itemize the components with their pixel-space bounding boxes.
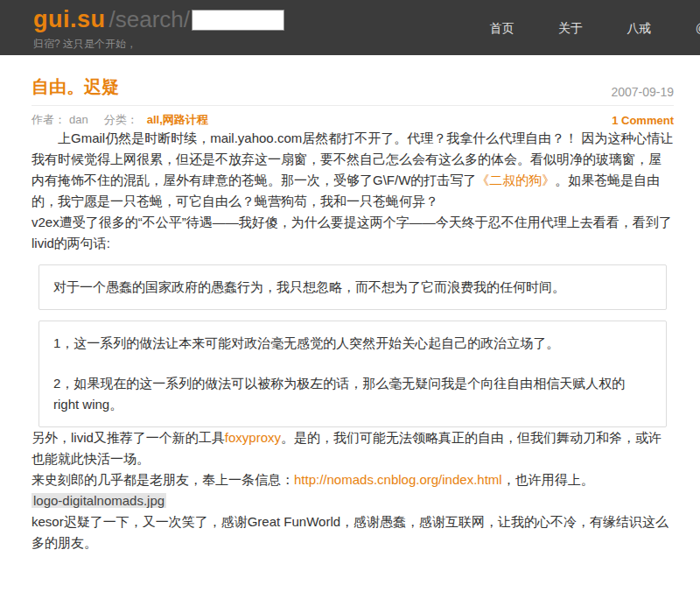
paragraph-3-text-a: 另外，livid又推荐了一个新的工具 bbox=[32, 430, 225, 445]
site-header: gui.su /search/ 归宿? 这只是个开始， 首页 关于 八戒 @ bbox=[0, 0, 700, 55]
category-label: 分类： bbox=[104, 113, 138, 126]
paragraph-4: 来史刻郎的几乎都是老朋友，奉上一条信息：http://nomads.cnblog… bbox=[32, 469, 674, 490]
nav-item-partial[interactable]: @ bbox=[696, 21, 700, 35]
nomads-url-link[interactable]: http://nomads.cnblog.org/index.html bbox=[294, 472, 502, 487]
ershu-dog-link[interactable]: 《二叔的狗》 bbox=[476, 173, 555, 187]
broken-image-alt-line: logo-digitalnomads.jpg bbox=[32, 490, 674, 511]
nav-item-about[interactable]: 关于 bbox=[558, 21, 583, 35]
post-body: 上Gmail仍然是时断时续，mail.yahoo.com居然都打不开了。代理？我… bbox=[32, 128, 674, 553]
paragraph-4-text-b: ，也许用得上。 bbox=[502, 472, 594, 487]
search-path-label: /search/ bbox=[109, 6, 191, 33]
post-meta-left: 作者：dan分类：all,网路计程 bbox=[32, 112, 208, 128]
nav-item-bajie[interactable]: 八戒 bbox=[626, 21, 651, 35]
site-tagline: 归宿? 这只是个开始， bbox=[33, 37, 700, 52]
blockquote-2: 1，这一系列的做法让本来可能对政治毫无感觉的人突然开始关心起自己的政治立场了。 … bbox=[38, 321, 667, 427]
foxyproxy-link[interactable]: foxyproxy bbox=[225, 430, 281, 445]
post-meta-row: 作者：dan分类：all,网路计程 1 Comment bbox=[32, 112, 674, 128]
blockquote-1: 对于一个愚蠢的国家政府的愚蠢行为，我只想忽略，而不想为了它而浪费我的任何时间。 bbox=[38, 264, 667, 310]
paragraph-1: 上Gmail仍然是时断时续，mail.yahoo.com居然都打不开了。代理？我… bbox=[32, 128, 674, 212]
author-label: 作者： bbox=[32, 113, 66, 126]
nav-item-home[interactable]: 首页 bbox=[489, 21, 514, 35]
post-title-row: 自由。迟疑 2007-09-19 bbox=[32, 75, 674, 106]
post-title[interactable]: 自由。迟疑 bbox=[32, 75, 119, 99]
blockquote-2-line-1: 1，这一系列的做法让本来可能对政治毫无感觉的人突然开始关心起自己的政治立场了。 bbox=[53, 333, 652, 354]
author-name: dan bbox=[69, 113, 88, 126]
comments-link[interactable]: 1 Comment bbox=[612, 114, 674, 127]
paragraph-2: v2ex遭受了很多的“不公平”待遇——我好傻，为什么要提这两个字——今天终于忍不… bbox=[32, 212, 674, 254]
main-content: 自由。迟疑 2007-09-19 作者：dan分类：all,网路计程 1 Com… bbox=[0, 75, 700, 553]
post-date: 2007-09-19 bbox=[611, 85, 674, 99]
image-alt-text: logo-digitalnomads.jpg bbox=[32, 493, 166, 508]
category-link[interactable]: all,网路计程 bbox=[147, 113, 208, 126]
paragraph-4-text-a: 来史刻郎的几乎都是老朋友，奉上一条信息： bbox=[32, 472, 294, 487]
site-logo-link[interactable]: gui.su bbox=[33, 6, 106, 33]
header-nav: 首页 关于 八戒 @ bbox=[489, 20, 700, 37]
paragraph-5: kesor迟疑了一下，又一次笑了，感谢Great FunWorld，感谢愚蠢，感… bbox=[32, 511, 674, 553]
blockquote-2-line-2: 2，如果现在的这一系列的做法可以被称为极左的话，那么毫无疑问我是个向往自由相信天… bbox=[53, 373, 652, 415]
blockquote-1-text: 对于一个愚蠢的国家政府的愚蠢行为，我只想忽略，而不想为了它而浪费我的任何时间。 bbox=[53, 277, 652, 298]
paragraph-3: 另外，livid又推荐了一个新的工具foxyproxy。是的，我们可能无法领略真… bbox=[32, 427, 674, 469]
search-input[interactable] bbox=[192, 10, 284, 31]
